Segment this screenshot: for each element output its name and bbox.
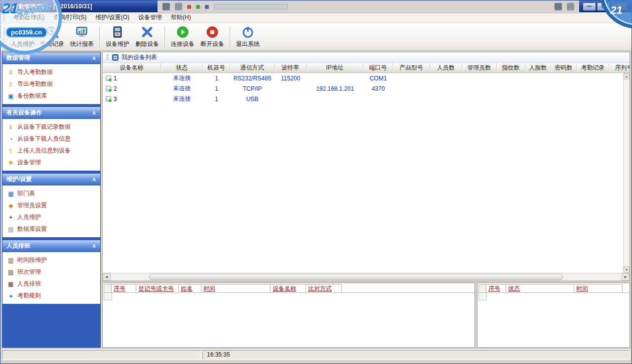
row-indicator-cell — [478, 284, 486, 292]
device-row[interactable]: 3未连接1USB — [103, 94, 623, 104]
column-header[interactable]: 考勤记录 — [577, 63, 609, 73]
toolbar-button-attendance-records[interactable]: 出勤记录 — [38, 24, 67, 50]
device-cell: 1 — [203, 75, 230, 82]
caption-grip[interactable] — [107, 55, 108, 61]
column-header[interactable]: 指纹数 — [497, 63, 525, 73]
menubar-grip[interactable] — [3, 14, 5, 21]
scrollbar-thumb[interactable] — [149, 274, 563, 280]
time-period-icon: ▥ — [7, 257, 14, 263]
device-list-caption: 我的设备列表 — [103, 52, 630, 63]
column-header[interactable]: 序列号 — [609, 63, 630, 73]
menu-device-management[interactable]: 设备管理 — [134, 12, 166, 23]
menu-query-print[interactable]: 查询/打印(S) — [49, 12, 90, 23]
sidebar-item[interactable]: ▨班次管理 — [4, 267, 98, 277]
sidebar-item[interactable]: ⇧导出考勤数据 — [4, 79, 98, 89]
background-icon — [567, 3, 574, 10]
sidebar-item[interactable]: ◔从设备下载人员信息 — [4, 134, 98, 144]
column-header[interactable]: 管理员数 — [462, 63, 497, 73]
scroll-left-icon[interactable]: ◄ — [103, 273, 111, 281]
column-header[interactable]: 比对方式 — [306, 284, 342, 292]
device-row[interactable]: 1未连接1RS232/RS485115200COM1 — [103, 73, 623, 83]
sidebar-item[interactable]: ▣备份数据库 — [4, 91, 98, 101]
sidebar-item[interactable]: ⇧上传人员信息到设备 — [4, 146, 98, 155]
sidebar-item[interactable]: ▩人员排班 — [4, 279, 98, 289]
maximize-button[interactable]: ❐ — [597, 2, 610, 11]
sidebar-item[interactable]: ▤数据库设置 — [4, 224, 98, 234]
minimize-button[interactable]: — — [583, 2, 596, 11]
sidebar-item[interactable]: ◆管理员设置 — [4, 201, 98, 210]
menu-attendance-processing[interactable]: 考勤处理(E) — [9, 12, 48, 23]
sidebar-item[interactable]: ✦人员维护 — [4, 213, 98, 222]
column-header[interactable]: 设备名称 — [271, 284, 306, 292]
toolbar-button-label: 统计报表 — [70, 40, 94, 48]
sidebar-panel-header[interactable]: 维护/设置∧ — [2, 174, 100, 185]
background-icon — [205, 5, 209, 9]
sidebar: 数据管理∧⇩导入考勤数据⇧导出考勤数据▣备份数据库有关设备操作∧⇩从设备下载记录… — [2, 52, 101, 348]
collapse-chevron-icon[interactable]: ∧ — [92, 55, 96, 61]
admin-settings-icon: ◆ — [7, 203, 14, 209]
sidebar-panel-title: 有关设备操作 — [6, 109, 42, 117]
column-header[interactable]: 姓名 — [179, 284, 201, 292]
toolbar-button-delete-device[interactable]: 删除设备 — [132, 24, 162, 50]
menu-help[interactable]: 帮助(H) — [167, 12, 195, 23]
scroll-up-icon[interactable]: ▲ — [624, 73, 630, 79]
device-icon — [106, 86, 111, 91]
column-header[interactable]: 密码数 — [551, 63, 577, 73]
column-header[interactable]: 登记号或卡号 — [136, 284, 179, 292]
column-header[interactable]: 人脸数 — [525, 63, 551, 73]
column-header[interactable]: 状态 — [161, 63, 203, 73]
scroll-right-icon[interactable]: ► — [622, 273, 630, 281]
column-header[interactable]: 序号 — [486, 284, 506, 292]
scrollbar-track[interactable] — [111, 273, 622, 281]
collapse-chevron-icon[interactable]: ∧ — [92, 109, 96, 116]
toolbar-button-connect-device[interactable]: 连接设备 — [168, 24, 198, 50]
download-staff-icon: ◔ — [7, 136, 14, 142]
sidebar-item[interactable]: ▥时间段维护 — [4, 255, 98, 265]
column-header[interactable]: 端口号 — [363, 63, 393, 73]
device-icon — [106, 96, 111, 102]
toolbar-button-disconnect-device[interactable]: 断开设备 — [198, 24, 227, 50]
sidebar-item-label: 人员维护 — [17, 213, 41, 221]
sidebar-item[interactable]: ⇩导入考勤数据 — [4, 68, 98, 77]
toolbar: 人员维护 出勤记录 统计报表 — [0, 23, 632, 51]
column-header[interactable]: 产品型号 — [393, 63, 430, 73]
horizontal-scrollbar[interactable]: ◄ ► — [103, 273, 630, 281]
device-cell: 1 — [203, 85, 230, 92]
toolbar-grip[interactable] — [3, 27, 5, 47]
sidebar-item[interactable]: ▦部门表 — [4, 189, 98, 198]
device-table-header: 设备名称状态机器号通信方式波特率IP地址端口号产品型号人员数管理员数指纹数人脸数… — [103, 63, 630, 73]
toolbar-button-staff-maintenance[interactable]: 人员维护 — [8, 24, 38, 50]
sidebar-item[interactable]: ⇩从设备下载记录数据 — [4, 122, 98, 132]
close-button[interactable]: ✕ — [611, 2, 628, 11]
menu-maintenance-settings[interactable]: 维护/设置(O) — [91, 12, 133, 23]
sidebar-item-label: 管理员设置 — [17, 201, 47, 210]
column-header[interactable]: 人员数 — [430, 63, 462, 73]
toolbar-button-device-maintenance[interactable]: 设备维护 — [103, 24, 132, 50]
sidebar-item-label: 从设备下载记录数据 — [17, 123, 71, 131]
device-row[interactable]: 2未连接1TCP/IP192.168.1.2014370 — [103, 83, 623, 94]
collapse-chevron-icon[interactable]: ∧ — [92, 243, 96, 249]
column-header[interactable]: 序号 — [112, 284, 136, 292]
collapse-chevron-icon[interactable]: ∧ — [92, 176, 96, 182]
sidebar-item[interactable]: ●考勤规则 — [4, 291, 98, 300]
column-header[interactable]: 时间 — [574, 284, 623, 292]
column-header[interactable]: 设备名称 — [103, 63, 161, 73]
upload-staff-icon: ⇧ — [7, 148, 14, 154]
column-header[interactable]: 状态 — [506, 284, 574, 292]
device-cell: 2 — [103, 85, 161, 92]
scroll-down-icon[interactable]: ▼ — [624, 266, 630, 273]
column-header[interactable]: 波特率 — [275, 63, 307, 73]
column-header[interactable]: 时间 — [201, 284, 271, 292]
column-header[interactable]: 通信方式 — [230, 63, 275, 73]
sidebar-panel-header[interactable]: 数据管理∧ — [2, 52, 100, 64]
sidebar-panel-header[interactable]: 有关设备操作∧ — [2, 107, 100, 119]
toolbar-button-statistics-report[interactable]: 统计报表 — [67, 24, 97, 50]
sidebar-item[interactable]: ❖设备管理 — [4, 158, 98, 167]
column-header[interactable]: 机器号 — [203, 63, 230, 73]
device-terminal-icon — [111, 26, 124, 38]
vertical-scrollbar[interactable]: ▲ ▼ — [623, 73, 630, 273]
column-header[interactable]: IP地址 — [307, 63, 363, 73]
row-indicator-cell — [104, 284, 112, 292]
sidebar-panel-header[interactable]: 人员排班∧ — [2, 240, 100, 252]
toolbar-button-exit-system[interactable]: 退出系统 — [233, 24, 263, 50]
